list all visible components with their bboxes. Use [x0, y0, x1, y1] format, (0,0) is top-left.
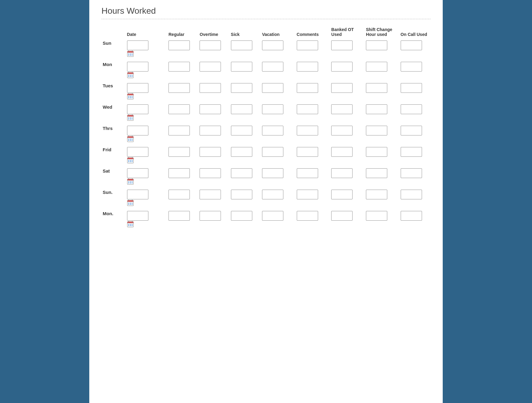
date-input-mon2[interactable]: [127, 211, 148, 221]
shift-input-tues1[interactable]: [366, 83, 387, 93]
comments-input-mon1[interactable]: [297, 62, 318, 72]
calendar-icon[interactable]: [127, 157, 134, 163]
regular-input-tues1[interactable]: [168, 83, 190, 93]
date-cell-mon2: [126, 209, 167, 230]
oncall-input-thrs1[interactable]: [401, 126, 422, 135]
sick-input-sun2[interactable]: [231, 190, 252, 199]
calendar-icon[interactable]: [127, 135, 134, 142]
oncall-input-sun2[interactable]: [401, 190, 422, 199]
banked-input-wed1[interactable]: [331, 104, 353, 114]
banked-input-tues1[interactable]: [331, 83, 353, 93]
oncall-input-sat1[interactable]: [401, 168, 422, 178]
overtime-input-mon2[interactable]: [200, 211, 221, 221]
shift-input-mon1[interactable]: [366, 62, 387, 72]
calendar-icon[interactable]: [127, 178, 134, 185]
sick-input-sat1[interactable]: [231, 168, 252, 178]
oncall-input-frid1[interactable]: [401, 147, 422, 157]
sick-input-wed1[interactable]: [231, 104, 252, 114]
regular-input-sun1[interactable]: [168, 40, 190, 50]
calendar-icon-wed1[interactable]: [127, 114, 134, 122]
calendar-icon-mon1[interactable]: [127, 72, 134, 79]
banked-input-sat1[interactable]: [331, 168, 353, 178]
comments-input-tues1[interactable]: [297, 83, 318, 93]
date-input-sat1[interactable]: [127, 168, 148, 178]
vacation-input-wed1[interactable]: [262, 104, 283, 114]
oncall-input-mon1[interactable]: [401, 62, 422, 72]
shift-input-wed1[interactable]: [366, 104, 387, 114]
calendar-icon-tues1[interactable]: [127, 93, 134, 101]
vacation-input-thrs1[interactable]: [262, 126, 283, 135]
oncall-input-tues1[interactable]: [401, 83, 422, 93]
shift-input-mon2[interactable]: [366, 211, 387, 221]
date-input-wed1[interactable]: [127, 104, 148, 114]
sick-input-mon1[interactable]: [231, 62, 252, 72]
shift-input-frid1[interactable]: [366, 147, 387, 157]
banked-input-sun2[interactable]: [331, 190, 353, 199]
oncall-input-wed1[interactable]: [401, 104, 422, 114]
vacation-input-mon1[interactable]: [262, 62, 283, 72]
vacation-input-tues1[interactable]: [262, 83, 283, 93]
comments-input-thrs1[interactable]: [297, 126, 318, 135]
regular-input-sat1[interactable]: [168, 168, 190, 178]
sick-input-mon2[interactable]: [231, 211, 252, 221]
sick-input-frid1[interactable]: [231, 147, 252, 157]
shift-input-sat1[interactable]: [366, 168, 387, 178]
date-input-mon1[interactable]: [127, 62, 148, 72]
shift-input-sun1[interactable]: [366, 40, 387, 50]
oncall-input-mon2[interactable]: [401, 211, 422, 221]
overtime-input-sun1[interactable]: [200, 40, 221, 50]
date-input-thrs1[interactable]: [127, 126, 148, 135]
regular-input-wed1[interactable]: [168, 104, 190, 114]
overtime-input-tues1[interactable]: [200, 83, 221, 93]
regular-input-mon1[interactable]: [168, 62, 190, 72]
sick-input-thrs1[interactable]: [231, 126, 252, 135]
calendar-icon-sun2[interactable]: [127, 199, 134, 207]
overtime-input-wed1[interactable]: [200, 104, 221, 114]
regular-input-sun2[interactable]: [168, 190, 190, 199]
calendar-icon-frid1[interactable]: [127, 157, 134, 165]
calendar-icon[interactable]: [127, 72, 134, 78]
calendar-icon[interactable]: [127, 114, 134, 121]
regular-input-thrs1[interactable]: [168, 126, 190, 135]
sick-input-tues1[interactable]: [231, 83, 252, 93]
calendar-icon-sun1[interactable]: [127, 50, 134, 58]
calendar-icon[interactable]: [127, 93, 134, 100]
date-input-tues1[interactable]: [127, 83, 148, 93]
calendar-icon[interactable]: [127, 50, 134, 57]
date-input-sun2[interactable]: [127, 190, 148, 199]
vacation-input-mon2[interactable]: [262, 211, 283, 221]
calendar-icon-mon2[interactable]: [127, 221, 134, 229]
banked-input-thrs1[interactable]: [331, 126, 353, 135]
vacation-input-frid1[interactable]: [262, 147, 283, 157]
comments-input-sun2[interactable]: [297, 190, 318, 199]
shift-input-thrs1[interactable]: [366, 126, 387, 135]
date-input-sun1[interactable]: [127, 40, 148, 50]
vacation-input-sun2[interactable]: [262, 190, 283, 199]
overtime-input-sun2[interactable]: [200, 190, 221, 199]
comments-input-sun1[interactable]: [297, 40, 318, 50]
comments-input-wed1[interactable]: [297, 104, 318, 114]
overtime-input-frid1[interactable]: [200, 147, 221, 157]
comments-input-sat1[interactable]: [297, 168, 318, 178]
overtime-input-sat1[interactable]: [200, 168, 221, 178]
banked-input-mon1[interactable]: [331, 62, 353, 72]
vacation-input-sun1[interactable]: [262, 40, 283, 50]
vacation-input-sat1[interactable]: [262, 168, 283, 178]
comments-input-mon2[interactable]: [297, 211, 318, 221]
calendar-icon-thrs1[interactable]: [127, 135, 134, 143]
date-input-frid1[interactable]: [127, 147, 148, 157]
sick-input-sun1[interactable]: [231, 40, 252, 50]
banked-input-sun1[interactable]: [331, 40, 353, 50]
banked-input-mon2[interactable]: [331, 211, 353, 221]
banked-input-frid1[interactable]: [331, 147, 353, 157]
shift-input-sun2[interactable]: [366, 190, 387, 199]
calendar-icon-sat1[interactable]: [127, 178, 134, 186]
regular-input-mon2[interactable]: [168, 211, 190, 221]
calendar-icon[interactable]: [127, 199, 134, 206]
oncall-input-sun1[interactable]: [401, 40, 422, 50]
calendar-icon[interactable]: [127, 221, 134, 227]
regular-input-frid1[interactable]: [168, 147, 190, 157]
overtime-input-mon1[interactable]: [200, 62, 221, 72]
overtime-input-thrs1[interactable]: [200, 126, 221, 135]
comments-input-frid1[interactable]: [297, 147, 318, 157]
